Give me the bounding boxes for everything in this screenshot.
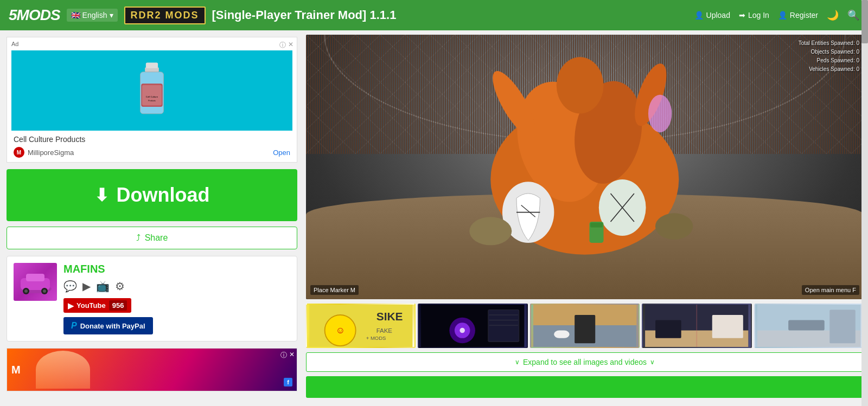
expand-images-button[interactable]: ∨ Expand to see all images and videos ∨ — [306, 352, 864, 372]
twitch-icon[interactable]: 📺 — [96, 280, 110, 293]
svg-point-33 — [655, 214, 693, 240]
svg-text:Cell Culture: Cell Culture — [146, 95, 158, 98]
svg-point-23 — [557, 57, 604, 114]
thumbnails-row: ☺ SIKE FAKE + MODS — [306, 304, 864, 348]
thumbnail-2[interactable] — [418, 304, 527, 348]
avatar-car-image — [14, 263, 57, 301]
sigma-logo-icon: M — [14, 147, 24, 158]
rdr2-logo[interactable]: RDR2 MODS — [124, 7, 206, 24]
expand-label: Expand to see all images and videos — [523, 358, 647, 366]
motorola-ad-bg: M — [7, 349, 297, 391]
bottom-green-bar — [306, 376, 864, 398]
paypal-donate-button[interactable]: P Donate with PayPal — [63, 317, 153, 334]
language-label: English — [82, 11, 107, 20]
svg-rect-55 — [712, 315, 743, 338]
youtube-label: YouTube — [76, 301, 106, 310]
download-icon: ⬇ — [94, 185, 109, 205]
bottom-ad-info-icon[interactable]: ⓘ — [280, 351, 287, 360]
share-label: Share — [145, 233, 168, 243]
svg-text:Products: Products — [148, 100, 156, 102]
message-icon[interactable]: 💬 — [63, 280, 77, 293]
svg-point-13 — [43, 289, 46, 293]
svg-point-44 — [460, 328, 465, 333]
svg-rect-60 — [829, 310, 856, 344]
motorola-person-image — [36, 351, 90, 389]
site-logo[interactable]: 5MODS — [9, 7, 60, 24]
main-layout: Ad ⓘ ✕ Cell Culture Products Cell Cultur… — [0, 30, 868, 402]
bottom-ad-close-icon[interactable]: ✕ — [289, 351, 295, 360]
author-header: MAFINS 💬 ▶ 📺 ⚙ ▶ YouTube 956 P Dona — [14, 263, 290, 334]
author-name[interactable]: MAFINS — [63, 263, 290, 275]
hud-open-menu: Open main menu F — [802, 285, 859, 295]
motorola-logo: M — [11, 364, 21, 376]
brand-name: MilliporeSigma — [28, 149, 74, 157]
thumbnail-3[interactable] — [530, 304, 640, 348]
bottom-advertisement: M ⓘ ✕ f — [7, 348, 297, 391]
svg-rect-61 — [788, 320, 825, 331]
paypal-label: Donate with PayPal — [80, 322, 145, 330]
dark-mode-toggle[interactable]: 🌙 — [827, 9, 839, 21]
download-button[interactable]: ⬇ Download — [7, 169, 297, 221]
thumb5-svg — [755, 305, 863, 347]
ad-footer: M MilliporeSigma Open — [11, 147, 292, 158]
hud-vehicles: Vehicles Spawned: 0 — [799, 65, 859, 74]
svg-rect-56 — [655, 320, 681, 338]
bottom-ad-controls[interactable]: ⓘ ✕ — [280, 351, 295, 360]
ad-image: Cell Culture Products — [11, 50, 292, 131]
thumb3-svg — [531, 305, 639, 347]
scrollbar-track — [861, 0, 868, 406]
thumb4-svg — [643, 305, 750, 347]
car-svg — [16, 267, 54, 297]
scrollbar-thumb[interactable] — [861, 0, 868, 43]
ad-info-icon[interactable]: ⓘ — [279, 41, 286, 50]
register-label: Register — [790, 11, 818, 20]
svg-text:☺: ☺ — [335, 325, 344, 336]
chevron-down-icon: ▾ — [110, 11, 113, 20]
thumbnail-1[interactable]: ☺ SIKE FAKE + MODS — [306, 304, 416, 348]
hud-peds: Peds Spawned: 0 — [799, 56, 859, 65]
thumbnail-5[interactable] — [754, 304, 864, 348]
upload-button[interactable]: 👤 Upload — [694, 11, 730, 20]
ad-controls[interactable]: ⓘ ✕ — [279, 41, 293, 50]
svg-rect-45 — [488, 310, 519, 342]
upload-icon: 👤 — [694, 11, 704, 20]
ad-brand: M MilliporeSigma — [14, 147, 74, 158]
youtube-badge[interactable]: ▶ YouTube 956 — [63, 298, 131, 313]
login-label: Log In — [748, 11, 769, 20]
author-box: MAFINS 💬 ▶ 📺 ⚙ ▶ YouTube 956 P Dona — [7, 256, 297, 341]
chevron-down-icon-right: ∨ — [650, 358, 655, 366]
share-icon: ⤴ — [136, 233, 141, 243]
language-selector[interactable]: 🇬🇧 English ▾ — [67, 9, 118, 22]
thumbnail-4[interactable] — [642, 304, 751, 348]
hud-place-marker: Place Marker M — [310, 285, 359, 295]
share-button[interactable]: ⤴ Share — [7, 227, 297, 249]
svg-text:+ MODS: + MODS — [366, 335, 386, 341]
github-icon[interactable]: ⚙ — [115, 280, 125, 293]
youtube-subscriber-count: 956 — [109, 300, 127, 311]
main-screenshot[interactable]: Total Entities Spawned: 0 Objects Spawne… — [306, 35, 864, 299]
register-button[interactable]: 👤 Register — [778, 11, 818, 20]
creature-svg — [390, 48, 780, 259]
svg-rect-51 — [575, 315, 595, 343]
login-icon: ➡ — [739, 11, 745, 20]
search-button[interactable]: 🔍 — [847, 9, 859, 21]
ad-open-button[interactable]: Open — [273, 149, 290, 157]
right-content: Total Entities Spawned: 0 Objects Spawne… — [304, 30, 868, 402]
header-right-nav: 👤 Upload ➡ Log In 👤 Register 🌙 🔍 — [694, 9, 859, 21]
hud-overlay: Total Entities Spawned: 0 Objects Spawne… — [799, 39, 859, 74]
flag-icon: 🇬🇧 — [71, 11, 80, 20]
svg-text:SIKE: SIKE — [376, 310, 403, 323]
screenshot-image: Total Entities Spawned: 0 Objects Spawne… — [306, 35, 864, 299]
svg-rect-9 — [26, 274, 44, 281]
author-info: MAFINS 💬 ▶ 📺 ⚙ ▶ YouTube 956 P Dona — [63, 263, 290, 334]
upload-label: Upload — [706, 11, 730, 20]
ad-close-icon[interactable]: ✕ — [288, 41, 293, 50]
youtube-icon[interactable]: ▶ — [82, 280, 91, 293]
game-scene — [306, 35, 864, 299]
svg-point-34 — [648, 95, 672, 132]
download-label: Download — [117, 184, 210, 207]
advertisement-box: Ad ⓘ ✕ Cell Culture Products Cell Cultur… — [7, 37, 297, 163]
svg-rect-52 — [554, 331, 570, 338]
login-button[interactable]: ➡ Log In — [739, 11, 769, 20]
ad-product-name: Cell Culture Products — [11, 135, 292, 144]
